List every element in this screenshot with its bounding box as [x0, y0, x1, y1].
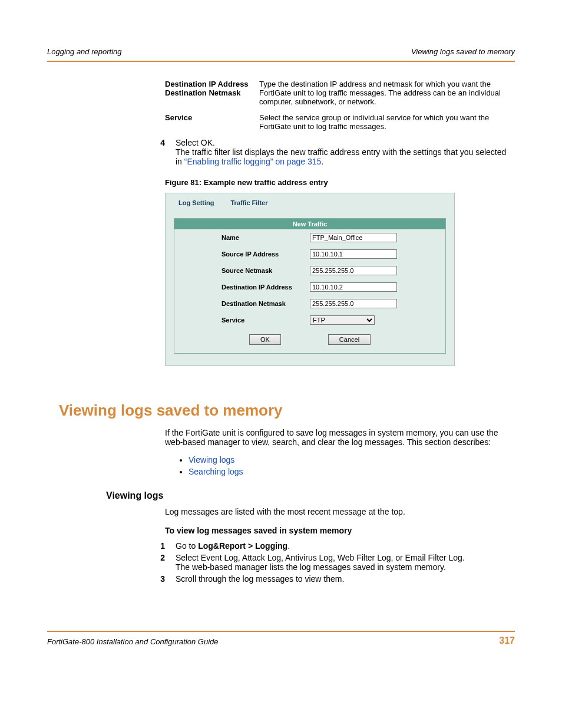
step-4-block: 4 Select OK. The traffic filter list dis… — [147, 138, 515, 166]
input-source-ip[interactable] — [310, 249, 397, 259]
proc-step-2: Select Event Log, Attack Log, Antivirus … — [176, 553, 515, 572]
page-footer: FortiGate-800 Installation and Configura… — [47, 631, 515, 646]
step-number: 4 — [147, 138, 176, 166]
procedure-steps: 1 Go to Log&Report > Logging. 2 Select E… — [147, 541, 515, 584]
proc-step-1: Go to Log&Report > Logging. — [176, 541, 515, 551]
tab-log-setting[interactable]: Log Setting — [170, 197, 223, 210]
section-heading: Viewing logs saved to memory — [59, 401, 515, 420]
label-source-netmask: Source Netmask — [222, 267, 310, 274]
cancel-button[interactable]: Cancel — [328, 334, 371, 345]
panel-title: New Traffic — [174, 219, 445, 229]
header-rule — [47, 61, 515, 62]
step-number: 2 — [147, 553, 176, 572]
header-right: Viewing logs saved to memory — [411, 47, 515, 56]
procedure-title: To view log messages saved in system mem… — [165, 526, 515, 535]
def-desc-service: Select the service group or individual s… — [259, 113, 515, 131]
label-name: Name — [222, 234, 310, 241]
def-term-service: Service — [165, 113, 259, 131]
label-dest-ip: Destination IP Address — [222, 284, 310, 291]
page-number: 317 — [499, 635, 515, 646]
link-enabling-traffic-logging[interactable]: “Enabling traffic logging” on page 315 — [184, 157, 321, 166]
link-searching-logs[interactable]: Searching logs — [189, 467, 243, 476]
link-viewing-logs[interactable]: Viewing logs — [189, 455, 234, 465]
def-term-dest-ip: Destination IP Address — [165, 80, 259, 88]
tab-traffic-filter[interactable]: Traffic Filter — [223, 197, 276, 210]
step-number: 3 — [147, 574, 176, 584]
subsection-body: Log messages are listed with the most re… — [165, 507, 515, 516]
subsection-heading: Viewing logs — [106, 490, 515, 501]
step4-line1: Select OK. — [176, 138, 515, 147]
def-term-dest-netmask: Destination Netmask — [165, 88, 259, 97]
tab-bar: Log Setting Traffic Filter — [166, 193, 454, 210]
def-desc-dest: Type the destination IP address and netm… — [259, 80, 515, 106]
ok-button[interactable]: OK — [249, 334, 281, 345]
input-source-netmask[interactable] — [310, 266, 397, 275]
input-name[interactable] — [310, 233, 397, 242]
proc-step-3: Scroll through the log messages to view … — [176, 574, 515, 584]
input-dest-netmask[interactable] — [310, 299, 397, 308]
label-source-ip: Source IP Address — [222, 251, 310, 258]
section-bullet-list: Viewing logs Searching logs — [165, 455, 515, 476]
definition-table: Destination IP Address Destination Netma… — [165, 80, 515, 131]
footer-title: FortiGate-800 Installation and Configura… — [47, 637, 219, 646]
header-left: Logging and reporting — [47, 47, 122, 56]
new-traffic-panel: New Traffic Name Source IP Address Sourc… — [174, 218, 446, 354]
figure-screenshot: Log Setting Traffic Filter New Traffic N… — [165, 193, 455, 366]
label-dest-netmask: Destination Netmask — [222, 300, 310, 307]
running-header: Logging and reporting Viewing logs saved… — [47, 47, 515, 56]
input-dest-ip[interactable] — [310, 282, 397, 292]
figure-caption: Figure 81: Example new traffic address e… — [165, 178, 515, 187]
step-number: 1 — [147, 541, 176, 551]
def-term-dest: Destination IP Address Destination Netma… — [165, 80, 259, 106]
section-intro: If the FortiGate unit is configured to s… — [165, 428, 515, 447]
select-service[interactable]: FTP — [310, 315, 375, 325]
step4-line2: The traffic filter list displays the new… — [176, 147, 515, 166]
label-service: Service — [222, 317, 310, 324]
